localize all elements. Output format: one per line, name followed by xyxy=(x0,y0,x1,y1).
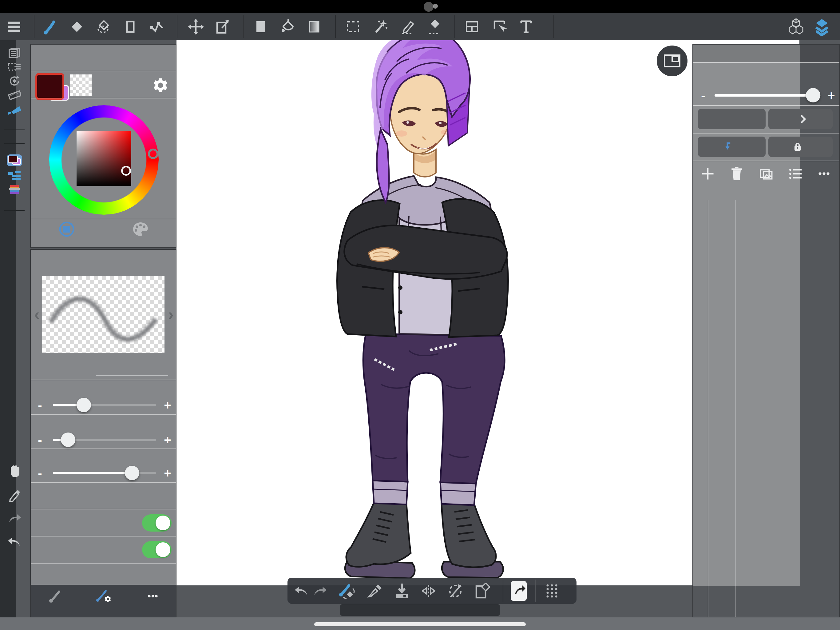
select-eraser-tool-icon[interactable] xyxy=(425,17,444,36)
select-pen-tool-icon[interactable] xyxy=(398,17,417,36)
layer-panel: - + xyxy=(692,44,840,617)
quick-transform-button[interactable] xyxy=(510,582,527,600)
min-width-minus[interactable]: - xyxy=(38,466,42,480)
opacity-by-pressure-toggle[interactable] xyxy=(142,541,172,558)
reset-rotation-icon[interactable] xyxy=(447,582,464,600)
primary-color-swatch[interactable] xyxy=(35,73,64,100)
select-rect-tool-icon[interactable] xyxy=(344,17,362,36)
transparent-color-swatch[interactable] xyxy=(70,74,92,96)
divide-panel-tool-icon[interactable] xyxy=(463,17,481,36)
layers-panel-toggle-icon[interactable] xyxy=(813,17,831,36)
duplicate-layer-icon[interactable] xyxy=(758,166,774,182)
touch-indicator-small xyxy=(433,4,438,9)
current-colors-swatch[interactable] xyxy=(6,152,23,169)
layer-more-icon[interactable] xyxy=(816,166,832,182)
material-library-icon[interactable] xyxy=(787,17,805,36)
transform-tool-icon[interactable] xyxy=(213,17,232,36)
layer-opacity-plus[interactable]: + xyxy=(828,89,835,103)
size-minus[interactable]: - xyxy=(38,398,42,412)
opacity-slider[interactable] xyxy=(53,438,156,441)
prev-brush-chevron[interactable]: ‹ xyxy=(34,305,39,324)
opacity-plus[interactable]: + xyxy=(164,433,171,447)
move-tool-icon[interactable] xyxy=(186,17,205,36)
tab-brush-settings[interactable] xyxy=(76,589,132,605)
tab-palette[interactable] xyxy=(116,221,165,239)
lock-button[interactable] xyxy=(768,136,833,157)
magic-wand-tool-icon[interactable] xyxy=(371,17,390,36)
drag-handle-icon[interactable] xyxy=(543,582,561,600)
hue-handle[interactable] xyxy=(148,149,158,159)
tooltip-bar xyxy=(0,0,840,13)
opacity-minus[interactable]: - xyxy=(38,433,42,447)
save-icon[interactable] xyxy=(393,582,411,600)
home-indicator[interactable] xyxy=(314,622,526,626)
min-width-slider[interactable] xyxy=(53,472,156,474)
brush-preview xyxy=(42,276,164,353)
layer-list-view-icon[interactable] xyxy=(788,166,804,182)
brush-settings-panel: ‹ › - + - + - + xyxy=(30,249,177,617)
polyline-tool-icon[interactable] xyxy=(148,17,166,36)
select-move-tool-icon[interactable] xyxy=(490,17,508,36)
eraser-tool-icon[interactable] xyxy=(68,17,86,36)
lasso-eraser-tool-icon[interactable] xyxy=(95,17,113,36)
protect-alpha-button[interactable] xyxy=(698,109,766,129)
clipping-button[interactable] xyxy=(698,136,766,157)
flip-horizontal-icon[interactable] xyxy=(420,582,437,600)
undo-icon[interactable] xyxy=(293,582,311,600)
tab-color[interactable] xyxy=(42,221,91,239)
clear-layer-icon[interactable] xyxy=(473,582,491,600)
menu-icon[interactable] xyxy=(5,17,24,36)
gradient-tool-icon[interactable] xyxy=(305,17,324,36)
color-settings-gear-icon[interactable] xyxy=(152,77,169,94)
next-brush-chevron[interactable]: › xyxy=(168,305,174,324)
fill-rect-tool-icon[interactable] xyxy=(251,17,270,36)
delete-layer-icon[interactable] xyxy=(729,166,745,182)
shape-rect-tool-icon[interactable] xyxy=(121,17,140,36)
size-plus[interactable]: + xyxy=(164,398,171,412)
min-width-plus[interactable]: + xyxy=(164,466,171,480)
medibang-paint-app: ‹ › - + - + - + xyxy=(0,0,840,630)
floating-toolbar xyxy=(287,578,576,604)
color-panel xyxy=(30,44,177,248)
palette-rainbow-icon[interactable] xyxy=(6,181,23,198)
size-by-pressure-toggle[interactable] xyxy=(142,514,172,532)
airbrush-active-tool-icon[interactable] xyxy=(6,101,23,118)
brush-panel-tabbar xyxy=(31,585,176,617)
brush-eraser-swap-icon[interactable] xyxy=(338,582,356,600)
hand-pan-icon[interactable] xyxy=(6,462,23,480)
brush-tool-icon[interactable] xyxy=(41,17,59,36)
layer-opacity-minus[interactable]: - xyxy=(701,89,705,103)
paint-bucket-tool-icon[interactable] xyxy=(278,17,297,36)
saturation-value-square[interactable] xyxy=(77,131,131,186)
chevron-right-icon xyxy=(800,114,806,123)
tab-brush[interactable] xyxy=(27,589,83,605)
text-tool-icon[interactable] xyxy=(517,17,535,36)
redo-icon[interactable] xyxy=(6,510,23,527)
orientation-icon xyxy=(663,54,681,68)
size-slider[interactable] xyxy=(53,404,156,406)
tab-more[interactable] xyxy=(125,589,180,605)
status-bar xyxy=(340,604,500,616)
lock-icon xyxy=(794,142,802,151)
clipping-icon xyxy=(725,142,733,152)
undo-icon[interactable] xyxy=(6,533,23,550)
layer-opacity-slider[interactable] xyxy=(715,94,821,97)
stylus-only-icon[interactable] xyxy=(6,486,23,503)
eyedropper-icon[interactable] xyxy=(366,582,384,600)
main-toolbar xyxy=(0,13,840,40)
blend-mode-button[interactable] xyxy=(768,109,833,129)
layer-list xyxy=(693,200,840,617)
sidebar-icons xyxy=(0,40,29,617)
redo-icon[interactable] xyxy=(311,582,329,600)
add-layer-icon[interactable] xyxy=(700,166,716,182)
sv-handle[interactable] xyxy=(121,166,131,176)
touch-indicator xyxy=(424,2,434,12)
rotate-view-button[interactable] xyxy=(657,46,687,76)
